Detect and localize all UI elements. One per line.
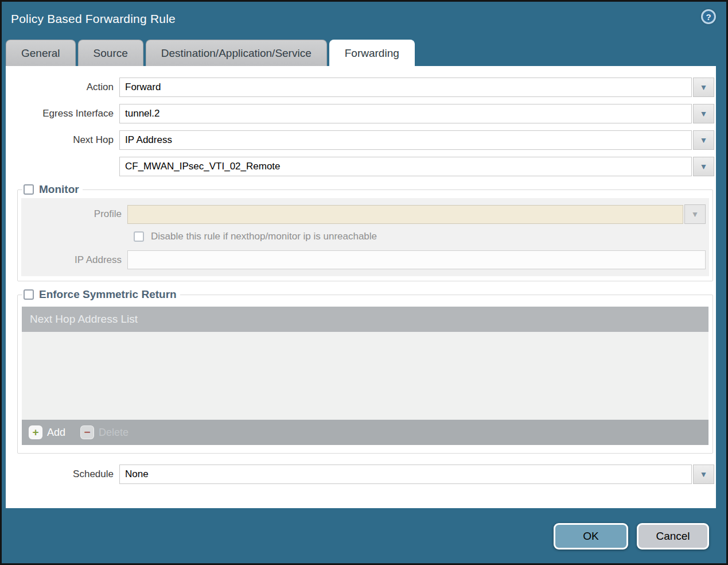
minus-icon: − xyxy=(80,425,94,439)
profile-select xyxy=(127,205,683,224)
egress-interface-select[interactable]: tunnel.2 xyxy=(119,104,692,123)
monitor-ip-address-row: IP Address xyxy=(21,250,706,269)
tab-bar: General Source Destination/Application/S… xyxy=(6,39,726,66)
monitor-checkbox[interactable] xyxy=(24,184,34,195)
action-dropdown-button[interactable]: ▼ xyxy=(693,78,714,97)
tab-destination-application-service[interactable]: Destination/Application/Service xyxy=(146,40,327,66)
action-row: Action Forward ▼ xyxy=(7,78,714,97)
enforce-symmetric-return-legend: Enforce Symmetric Return xyxy=(22,288,180,301)
tab-general[interactable]: General xyxy=(6,40,76,66)
next-hop-address-list-header: Next Hop Address List xyxy=(22,307,708,332)
egress-interface-label: Egress Interface xyxy=(7,108,119,119)
schedule-select[interactable]: None xyxy=(119,465,692,484)
forwarding-tab-panel: Action Forward ▼ Egress Interface tunnel… xyxy=(6,66,716,508)
egress-interface-dropdown-button[interactable]: ▼ xyxy=(693,104,714,123)
next-hop-address-select[interactable]: CF_MWAN_IPsec_VTI_02_Remote xyxy=(119,157,692,176)
tab-source[interactable]: Source xyxy=(78,40,143,66)
action-select[interactable]: Forward xyxy=(119,78,692,97)
dialog-title: Policy Based Forwarding Rule xyxy=(2,2,726,26)
help-icon[interactable]: ? xyxy=(701,9,716,24)
profile-label: Profile xyxy=(21,208,127,220)
monitor-legend: Monitor xyxy=(22,183,83,196)
policy-based-forwarding-dialog: Policy Based Forwarding Rule ? General S… xyxy=(0,0,728,565)
next-hop-address-list-table: Next Hop Address List + Add − Delete xyxy=(22,307,708,445)
monitor-fieldset: Monitor Profile ▼ Disable this rule if n… xyxy=(17,183,713,281)
next-hop-row: Next Hop IP Address ▼ xyxy=(7,130,714,150)
enforce-symmetric-return-checkbox[interactable] xyxy=(24,289,34,300)
chevron-down-icon: ▼ xyxy=(700,470,708,479)
schedule-label: Schedule xyxy=(7,469,119,480)
chevron-down-icon: ▼ xyxy=(700,136,708,145)
egress-interface-row: Egress Interface tunnel.2 ▼ xyxy=(7,104,714,123)
enforce-symmetric-return-label: Enforce Symmetric Return xyxy=(39,288,177,301)
schedule-row: Schedule None ▼ xyxy=(7,465,714,484)
profile-dropdown-button: ▼ xyxy=(684,204,706,224)
add-button-label: Add xyxy=(47,427,65,439)
monitor-ip-address-label: IP Address xyxy=(21,254,127,266)
plus-icon: + xyxy=(29,425,42,439)
dialog-footer: OK Cancel xyxy=(554,523,709,549)
next-hop-address-list-toolbar: + Add − Delete xyxy=(22,420,708,445)
monitor-panel: Profile ▼ Disable this rule if nexthop/m… xyxy=(21,198,709,276)
schedule-combo: None ▼ xyxy=(119,465,714,484)
next-hop-address-row: CF_MWAN_IPsec_VTI_02_Remote ▼ xyxy=(7,157,714,176)
egress-interface-combo: tunnel.2 ▼ xyxy=(119,104,714,123)
disable-rule-row: Disable this rule if nexthop/monitor ip … xyxy=(134,231,706,242)
action-label: Action xyxy=(7,82,119,93)
action-combo: Forward ▼ xyxy=(119,78,714,97)
add-button[interactable]: + Add xyxy=(29,425,65,439)
title-bar: Policy Based Forwarding Rule ? xyxy=(2,2,726,39)
next-hop-address-list-body[interactable] xyxy=(22,332,708,420)
delete-button[interactable]: − Delete xyxy=(80,425,129,439)
disable-rule-label: Disable this rule if nexthop/monitor ip … xyxy=(151,231,377,242)
chevron-down-icon: ▼ xyxy=(691,210,699,219)
disable-rule-checkbox xyxy=(134,231,144,242)
monitor-ip-address-input xyxy=(127,250,706,269)
chevron-down-icon: ▼ xyxy=(700,109,708,118)
schedule-dropdown-button[interactable]: ▼ xyxy=(693,465,714,484)
chevron-down-icon: ▼ xyxy=(700,83,708,92)
enforce-symmetric-return-fieldset: Enforce Symmetric Return Next Hop Addres… xyxy=(17,288,713,454)
next-hop-address-combo: CF_MWAN_IPsec_VTI_02_Remote ▼ xyxy=(119,157,714,176)
next-hop-label: Next Hop xyxy=(7,134,119,146)
cancel-button[interactable]: Cancel xyxy=(637,523,709,549)
profile-row: Profile ▼ xyxy=(21,204,706,224)
delete-button-label: Delete xyxy=(99,427,129,439)
monitor-legend-label: Monitor xyxy=(39,183,79,196)
next-hop-combo: IP Address ▼ xyxy=(119,130,714,150)
next-hop-type-select[interactable]: IP Address xyxy=(119,130,692,150)
tab-forwarding[interactable]: Forwarding xyxy=(329,40,415,66)
next-hop-dropdown-button[interactable]: ▼ xyxy=(693,130,714,150)
chevron-down-icon: ▼ xyxy=(700,162,708,171)
next-hop-address-dropdown-button[interactable]: ▼ xyxy=(693,157,714,176)
ok-button[interactable]: OK xyxy=(554,523,628,549)
